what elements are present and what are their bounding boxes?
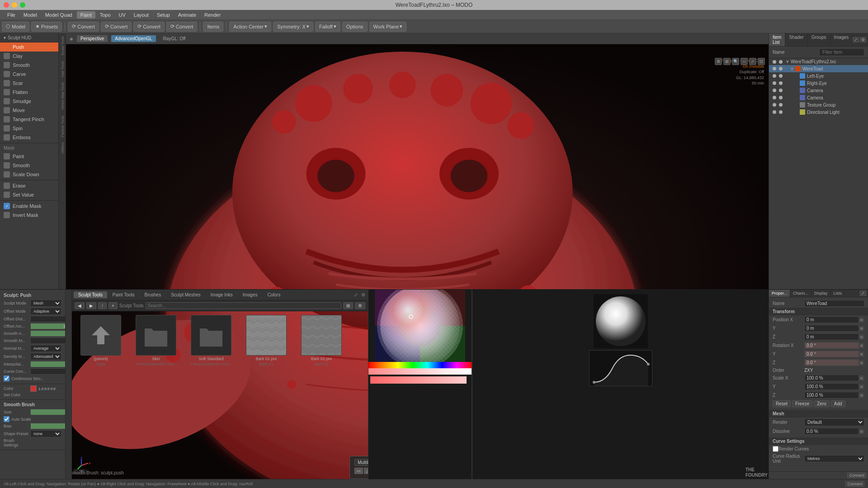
- tab-lists[interactable]: Lists: [831, 290, 845, 297]
- tree-item-file[interactable]: ▼ WereToadFLythru2.lxo: [769, 58, 868, 65]
- gray-strip[interactable]: [368, 368, 472, 375]
- tree-item-dir-light[interactable]: Directional Light: [769, 108, 868, 116]
- freeze-button[interactable]: Freeze: [792, 400, 812, 407]
- curve-radius-select[interactable]: Metres: [804, 455, 864, 462]
- smooth-m-input[interactable]: [30, 338, 66, 344]
- tab-display[interactable]: Display: [811, 290, 831, 297]
- tool-emboss[interactable]: Emboss: [0, 133, 58, 142]
- scale-y-input[interactable]: [804, 383, 859, 390]
- mat-item-parent[interactable]: (parent) Tools: [74, 313, 128, 477]
- tool-scar[interactable]: Scar: [0, 79, 58, 88]
- expand-file[interactable]: ▼: [785, 59, 789, 64]
- side-tab-sculpt-tools[interactable]: Sculpt Tools: [59, 33, 66, 58]
- falloff-dropdown[interactable]: Falloff ▾: [315, 22, 340, 32]
- viewport-tab-perspective[interactable]: Perspective: [77, 35, 108, 42]
- bottom-tab-colors[interactable]: Colors: [263, 291, 285, 298]
- tab-item-list[interactable]: Item List: [769, 33, 785, 46]
- interpolat-input[interactable]: [30, 361, 66, 367]
- rotation-z-input[interactable]: [804, 359, 859, 366]
- position-y-adj[interactable]: ⊕: [859, 326, 864, 331]
- tool-smudge[interactable]: Smudge: [0, 97, 58, 106]
- viewport-icon-2[interactable]: ⊞: [723, 58, 731, 65]
- action-center-dropdown[interactable]: Action Center ▾: [229, 22, 271, 32]
- mat-item-bark02[interactable]: Bark 02.pre Bark 02: [294, 313, 349, 477]
- tab-chann[interactable]: Chann...: [790, 290, 811, 297]
- offset-dist-input[interactable]: [30, 316, 66, 322]
- auto-scale-checkbox[interactable]: [4, 416, 9, 422]
- tab-shader[interactable]: Shader: [785, 33, 807, 46]
- color-strip[interactable]: [368, 362, 472, 368]
- tool-smooth-mask[interactable]: Smooth: [0, 161, 58, 170]
- continuous-checkbox[interactable]: [4, 375, 9, 381]
- symmetry-dropdown[interactable]: Symmetry: X ▾: [273, 22, 313, 32]
- tool-set-value[interactable]: Set Value: [0, 190, 58, 199]
- scale-z-adj[interactable]: ⊕: [859, 393, 864, 398]
- mat-forward-button[interactable]: ▶: [86, 302, 96, 309]
- bottom-settings-icon[interactable]: ⚙: [360, 291, 366, 298]
- tab-images[interactable]: Images: [830, 33, 853, 46]
- bottom-tab-sculpt-tools[interactable]: Sculpt Tools: [74, 291, 107, 298]
- offset-am-input[interactable]: [30, 323, 66, 329]
- props-expand[interactable]: ⤢: [860, 291, 866, 296]
- work-plane-dropdown[interactable]: Work Plane ▾: [369, 22, 407, 32]
- size-input[interactable]: [30, 409, 66, 415]
- tool-carve[interactable]: Carve: [0, 70, 58, 79]
- menu-layout[interactable]: Layout: [130, 11, 152, 19]
- color-swatch[interactable]: [30, 385, 37, 392]
- convert-button-2[interactable]: ⟳ Convert: [101, 22, 132, 32]
- bottom-tab-brushes[interactable]: Brushes: [140, 291, 166, 298]
- tool-scale-down[interactable]: Scale Down: [0, 170, 58, 179]
- convert-button-1[interactable]: ⟳ Convert: [68, 22, 99, 32]
- scale-x-adj[interactable]: ⊕: [859, 375, 864, 381]
- mat-view-toggle[interactable]: ⊞: [343, 302, 353, 309]
- rotation-x-input[interactable]: [804, 342, 859, 349]
- scale-z-input[interactable]: [804, 392, 859, 399]
- position-y-input[interactable]: [804, 325, 859, 332]
- position-z-input[interactable]: [804, 333, 859, 340]
- dissolve-input[interactable]: [804, 428, 859, 435]
- add-button[interactable]: Add: [831, 400, 845, 407]
- menu-render[interactable]: Render: [201, 11, 224, 19]
- tool-push[interactable]: Push: [0, 42, 58, 52]
- color-sphere-svg[interactable]: [375, 290, 465, 362]
- item-list-settings[interactable]: ⚙: [860, 37, 866, 42]
- tree-item-camera1[interactable]: Camera: [769, 87, 868, 94]
- position-x-input[interactable]: [804, 316, 859, 323]
- bias-input[interactable]: [30, 423, 66, 429]
- maximize-button[interactable]: [20, 2, 25, 8]
- mat-item-skin[interactable]: Skin /Library/Application Sup...: [129, 313, 183, 477]
- mat-back-button[interactable]: ◀: [75, 302, 85, 309]
- filter-input[interactable]: [819, 48, 864, 56]
- render-select[interactable]: Default: [804, 418, 864, 426]
- expand-wt[interactable]: ▼: [790, 66, 793, 71]
- tool-erase[interactable]: Erase: [0, 181, 58, 190]
- smooth-a-input[interactable]: [30, 330, 66, 337]
- bottom-tab-paint-tools[interactable]: Paint Tools: [108, 291, 139, 298]
- convert-button-3[interactable]: ⟳ Convert: [133, 22, 165, 32]
- menu-animate[interactable]: Animate: [175, 11, 200, 19]
- tree-item-right-eye[interactable]: Right-Eye: [769, 80, 868, 87]
- shape-preset-select[interactable]: none: [30, 430, 61, 437]
- mat-item-soft-standard[interactable]: Soft Standard /Library/Application Sup..…: [184, 313, 238, 477]
- side-tab-hair-tools[interactable]: Hair Tools: [59, 58, 66, 80]
- density-m-select[interactable]: Attenuated: [30, 353, 61, 360]
- menu-setup[interactable]: Setup: [153, 11, 174, 19]
- menu-file[interactable]: File: [4, 11, 19, 19]
- scale-x-input[interactable]: [804, 375, 859, 381]
- side-tab-particle-tools[interactable]: Particle Tools: [59, 113, 66, 140]
- tool-tangent-pinch[interactable]: Tangent Pinch: [0, 115, 58, 124]
- position-x-adj[interactable]: ⊕: [859, 317, 864, 323]
- menu-topo[interactable]: Topo: [96, 11, 114, 19]
- menu-model-quad[interactable]: Model Quad: [42, 11, 76, 19]
- menu-uv[interactable]: UV: [115, 11, 129, 19]
- bottom-expand-icon[interactable]: ⤢: [353, 291, 359, 298]
- mat-settings-button[interactable]: ⚙: [355, 302, 365, 309]
- reset-button[interactable]: Reset: [773, 400, 791, 407]
- model-button[interactable]: ⬡ Model: [2, 22, 29, 32]
- tool-spin[interactable]: Spin: [0, 124, 58, 133]
- item-list-expand[interactable]: ⤢: [853, 37, 859, 42]
- status-connect-btn[interactable]: Connect: [845, 481, 864, 487]
- rotation-z-adj[interactable]: ⊕: [859, 360, 864, 366]
- name-input[interactable]: [804, 300, 864, 307]
- bottom-tab-image-inks[interactable]: Image Inks: [206, 291, 237, 298]
